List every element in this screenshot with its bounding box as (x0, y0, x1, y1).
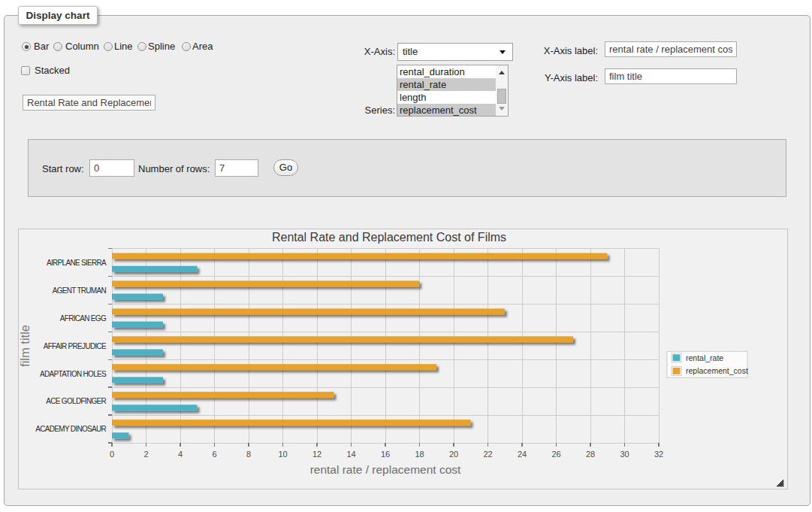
svg-text:26: 26 (551, 450, 560, 459)
svg-text:18: 18 (415, 450, 424, 459)
svg-text:AGENT TRUMAN: AGENT TRUMAN (53, 286, 107, 295)
svg-text:ACE GOLDFINGER: ACE GOLDFINGER (46, 397, 106, 405)
svg-text:16: 16 (381, 450, 390, 459)
svg-text:AFFAIR PREJUDICE: AFFAIR PREJUDICE (44, 342, 107, 350)
svg-text:ACADEMY DINOSAUR: ACADEMY DINOSAUR (35, 425, 106, 433)
svg-text:4: 4 (178, 450, 183, 459)
svg-text:Rental Rate and Replacement Co: Rental Rate and Replacement Cost of Film… (272, 231, 506, 244)
svg-text:replacement_cost: replacement_cost (686, 366, 748, 375)
svg-text:2: 2 (143, 450, 148, 459)
svg-text:20: 20 (449, 450, 458, 459)
svg-text:8: 8 (246, 450, 251, 459)
svg-text:12: 12 (312, 450, 321, 459)
svg-text:28: 28 (586, 450, 595, 459)
svg-text:6: 6 (212, 450, 216, 459)
svg-text:30: 30 (620, 450, 629, 459)
svg-text:10: 10 (278, 450, 287, 459)
svg-text:rental rate / replacement cost: rental rate / replacement cost (310, 463, 461, 476)
svg-text:film title: film title (19, 325, 32, 367)
svg-text:22: 22 (483, 450, 492, 459)
svg-text:AFRICAN EGG: AFRICAN EGG (60, 314, 107, 323)
svg-text:rental_rate: rental_rate (686, 353, 723, 362)
svg-text:AIRPLANE SIERRA: AIRPLANE SIERRA (47, 259, 107, 267)
svg-text:ADAPTATION HOLES: ADAPTATION HOLES (40, 370, 107, 378)
svg-text:14: 14 (346, 450, 355, 459)
svg-text:0: 0 (110, 450, 114, 459)
svg-text:24: 24 (518, 450, 527, 459)
svg-text:32: 32 (654, 450, 663, 459)
